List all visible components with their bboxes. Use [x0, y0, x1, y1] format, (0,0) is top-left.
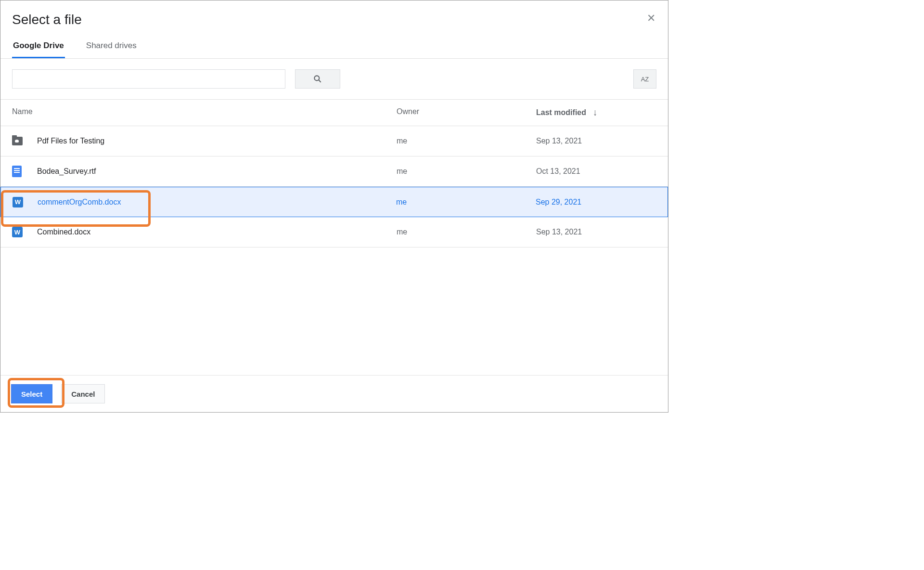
tabs-bar: Google Drive Shared drives — [0, 36, 668, 59]
file-owner: me — [397, 228, 536, 236]
file-modified: Sep 13, 2021 — [536, 228, 656, 236]
column-owner[interactable]: Owner — [397, 107, 536, 118]
dialog-header: Select a file ✕ — [0, 0, 668, 36]
file-icon-cell — [12, 166, 37, 177]
word-doc-icon: W — [12, 227, 23, 237]
file-modified: Sep 13, 2021 — [536, 137, 656, 145]
column-name[interactable]: Name — [12, 107, 397, 118]
file-name: Pdf Files for Testing — [37, 137, 397, 145]
dialog-title: Select a file — [12, 12, 656, 27]
file-picker-dialog: Select a file ✕ Google Drive Shared driv… — [0, 0, 668, 413]
file-name: commentOrgComb.docx — [38, 198, 396, 207]
search-icon — [313, 74, 322, 84]
file-icon-cell: W — [12, 227, 37, 237]
file-modified: Sep 29, 2021 — [536, 198, 656, 207]
file-owner: me — [396, 198, 536, 207]
file-owner: me — [397, 167, 536, 176]
tab-shared-drives[interactable]: Shared drives — [85, 36, 138, 58]
file-row[interactable]: Pdf Files for TestingmeSep 13, 2021 — [0, 126, 668, 156]
sort-az-icon: AZ — [641, 76, 649, 83]
file-name: Combined.docx — [37, 228, 397, 236]
close-icon: ✕ — [647, 12, 655, 24]
column-modified-label: Last modified — [536, 108, 586, 117]
file-icon-cell — [12, 137, 37, 145]
search-input[interactable] — [12, 69, 285, 89]
folder-icon — [12, 137, 23, 145]
file-modified: Oct 13, 2021 — [536, 167, 656, 176]
file-list: Pdf Files for TestingmeSep 13, 2021Bodea… — [0, 126, 668, 375]
file-row[interactable]: WcommentOrgComb.docxmeSep 29, 2021 — [0, 187, 668, 217]
toolbar: AZ — [0, 59, 668, 100]
google-doc-icon — [12, 166, 22, 177]
file-icon-cell: W — [13, 197, 38, 207]
list-header: Name Owner Last modified ↓ — [0, 100, 668, 126]
arrow-down-icon: ↓ — [593, 107, 598, 118]
word-doc-icon: W — [13, 197, 23, 207]
file-row[interactable]: Bodea_Survey.rtfmeOct 13, 2021 — [0, 156, 668, 187]
tab-google-drive[interactable]: Google Drive — [12, 36, 65, 58]
search-button[interactable] — [295, 69, 340, 89]
svg-line-1 — [319, 80, 321, 82]
dialog-footer: Select Cancel — [0, 375, 668, 412]
svg-point-0 — [314, 76, 319, 80]
file-row[interactable]: WCombined.docxmeSep 13, 2021 — [0, 217, 668, 247]
file-name: Bodea_Survey.rtf — [37, 167, 397, 176]
select-button[interactable]: Select — [11, 384, 52, 403]
sort-button[interactable]: AZ — [633, 69, 656, 89]
column-modified[interactable]: Last modified ↓ — [536, 107, 656, 118]
close-button[interactable]: ✕ — [645, 11, 657, 26]
file-owner: me — [397, 137, 536, 145]
cancel-button[interactable]: Cancel — [61, 384, 105, 403]
